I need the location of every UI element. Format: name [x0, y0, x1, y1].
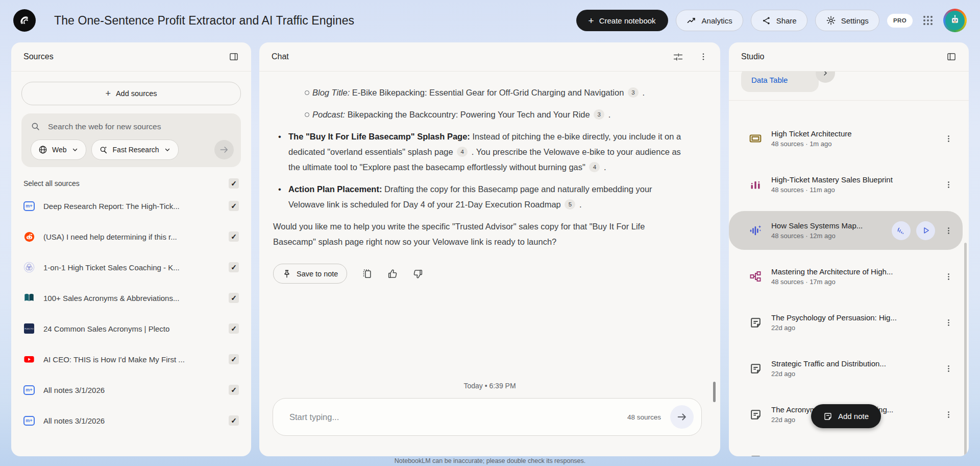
- share-icon: [762, 16, 771, 26]
- app-header: The One-Sentence Profit Extractor and AI…: [0, 0, 980, 41]
- chat-text: Blog Title:: [312, 88, 350, 97]
- chat-message-block: Action Plan Placement: Drafting the copy…: [273, 181, 688, 212]
- studio-item-more-menu-icon[interactable]: [943, 134, 953, 143]
- citation-badge[interactable]: 3: [628, 87, 639, 98]
- chat-message-block: Would you like me to help you write the …: [273, 219, 688, 249]
- analytics-button[interactable]: Analytics: [676, 10, 743, 31]
- chat-text: Would you like me to help you write the …: [273, 222, 647, 246]
- chat-message-block: Blog Title: E-Bike Bikepacking: Essentia…: [273, 85, 688, 100]
- studio-item-more-menu-icon[interactable]: [943, 180, 953, 189]
- search-input[interactable]: Search the web for new sources: [31, 122, 232, 131]
- flowchart-icon: [748, 270, 763, 283]
- studio-item[interactable]: High-Ticket Mastery Sales Blueprint48 so…: [729, 165, 963, 204]
- studio-item[interactable]: How Sales Systems Map...48 sources · 12m…: [729, 211, 963, 250]
- share-button[interactable]: Share: [751, 10, 807, 31]
- source-title: All notes 3/1/2026: [43, 386, 220, 394]
- create-notebook-button[interactable]: + Create notebook: [576, 10, 668, 31]
- source-list-item[interactable]: 100+ Sales Acronyms & Abbreviations...✓: [11, 283, 251, 313]
- settings-button[interactable]: Settings: [815, 10, 879, 31]
- collapse-panel-icon[interactable]: [229, 52, 239, 62]
- studio-scrollbar-thumb[interactable]: [964, 243, 967, 456]
- add-sources-button[interactable]: + Add sources: [21, 82, 241, 105]
- user-avatar[interactable]: [943, 9, 967, 32]
- disclaimer-text: NotebookLM can be inaccurate; please dou…: [0, 457, 980, 464]
- studio-item-more-menu-icon[interactable]: [943, 318, 953, 327]
- chat-input-placeholder: Start typing...: [289, 412, 627, 422]
- add-note-button[interactable]: Add note: [811, 404, 881, 428]
- source-checkbox[interactable]: ✓: [229, 293, 239, 303]
- studio-item-meta: 48 sources · 1m ago: [771, 140, 935, 148]
- notebooklm-note-icon: m+: [23, 415, 35, 426]
- google-apps-grid-icon[interactable]: [920, 13, 936, 28]
- web-filter-dropdown[interactable]: Web: [31, 139, 86, 160]
- studio-item-text: High Ticket Architecture48 sources · 1m …: [771, 129, 935, 148]
- studio-item-more-menu-icon[interactable]: [943, 272, 953, 281]
- studio-item-title: How Sales Systems Map...: [771, 221, 886, 230]
- expand-panel-icon[interactable]: [946, 52, 957, 62]
- select-all-row: Select all sources ✓: [11, 167, 251, 191]
- source-checkbox[interactable]: ✓: [229, 201, 239, 211]
- source-checkbox[interactable]: ✓: [229, 385, 239, 395]
- tune-settings-icon[interactable]: [673, 52, 683, 62]
- search-submit-button[interactable]: [214, 140, 234, 159]
- source-checkbox[interactable]: ✓: [229, 231, 239, 242]
- studio-divider: [729, 100, 969, 101]
- citation-badge[interactable]: 4: [457, 147, 468, 157]
- source-checkbox[interactable]: ✓: [229, 354, 239, 364]
- chat-text: Podcast:: [312, 110, 345, 119]
- chat-input-box[interactable]: Start typing... 48 sources: [273, 398, 702, 436]
- source-checkbox[interactable]: ✓: [229, 262, 239, 272]
- sources-list: m+Deep Research Report: The High-Tick...…: [11, 191, 251, 436]
- play-audio-button[interactable]: [916, 221, 935, 240]
- chat-more-menu-icon[interactable]: [699, 52, 708, 61]
- source-checkbox[interactable]: ✓: [229, 415, 239, 426]
- web-search-card: Search the web for new sources Web: [21, 113, 241, 167]
- note-icon: [748, 408, 763, 421]
- research-mode-dropdown[interactable]: Fast Research: [91, 139, 179, 160]
- data-table-chip[interactable]: Data Table: [741, 72, 819, 92]
- source-list-item[interactable]: 1-on-1 High Ticket Sales Coaching - K...…: [11, 252, 251, 283]
- thumbs-up-icon[interactable]: [387, 268, 398, 279]
- notebooklm-app: The One-Sentence Profit Extractor and AI…: [0, 0, 980, 466]
- source-list-item[interactable]: (USA) I need help determining if this r.…: [11, 221, 251, 252]
- source-list-item[interactable]: PLECTO24 Common Sales Acronyms | Plecto✓: [11, 313, 251, 344]
- chat-scrollbar-thumb[interactable]: [713, 382, 716, 402]
- studio-item-title: The Content Creation Engine: Wee...: [771, 456, 935, 457]
- studio-item[interactable]: Mastering the Architecture of High...48 …: [729, 257, 963, 296]
- studio-item-more-menu-icon[interactable]: [943, 456, 953, 457]
- studio-item[interactable]: Strategic Traffic and Distribution...22d…: [729, 349, 963, 388]
- studio-item-meta: 48 sources · 11m ago: [771, 186, 935, 194]
- chat-panel-title: Chat: [272, 52, 289, 61]
- studio-item[interactable]: High Ticket Architecture48 sources · 1m …: [729, 119, 963, 158]
- citation-badge[interactable]: 3: [594, 109, 604, 120]
- pro-badge: PRO: [887, 14, 913, 28]
- citation-badge[interactable]: 4: [589, 162, 600, 172]
- copy-icon[interactable]: [361, 268, 373, 279]
- studio-item-meta: 22d ago: [771, 370, 935, 378]
- studio-item-more-menu-icon[interactable]: [943, 410, 953, 419]
- header-actions: + Create notebook Analytics Share Setti: [576, 9, 967, 32]
- citation-badge[interactable]: 5: [565, 199, 575, 209]
- chevron-right-icon[interactable]: [816, 72, 835, 83]
- source-list-item[interactable]: AI CEO: THIS is How I'd Make My First ..…: [11, 344, 251, 375]
- save-to-note-button[interactable]: Save to note: [273, 264, 347, 284]
- chevron-down-icon: [71, 146, 79, 153]
- studio-item-text: High-Ticket Mastery Sales Blueprint48 so…: [771, 175, 935, 194]
- chat-text: Bikepacking the Backcountry: Powering Yo…: [345, 110, 592, 119]
- source-checkbox[interactable]: ✓: [229, 323, 239, 334]
- studio-item-meta: 48 sources · 12m ago: [771, 232, 886, 240]
- thumbs-down-icon[interactable]: [412, 268, 424, 279]
- notebooklm-logo-icon[interactable]: [13, 9, 36, 32]
- studio-item-more-menu-icon[interactable]: [943, 226, 953, 235]
- interactive-mode-button[interactable]: [892, 221, 911, 240]
- studio-item[interactable]: The Psychology of Persuasion: Hig...22d …: [729, 303, 963, 342]
- studio-item[interactable]: The Content Creation Engine: Wee...: [729, 441, 963, 456]
- chat-text: .: [577, 200, 581, 209]
- studio-item-more-menu-icon[interactable]: [943, 364, 953, 373]
- source-list-item[interactable]: m+All notes 3/1/2026✓: [11, 405, 251, 436]
- source-list-item[interactable]: m+All notes 3/1/2026✓: [11, 375, 251, 405]
- send-message-button[interactable]: [670, 405, 694, 429]
- source-list-item[interactable]: m+Deep Research Report: The High-Tick...…: [11, 191, 251, 221]
- select-all-checkbox[interactable]: ✓: [229, 178, 239, 189]
- note-icon: [748, 362, 763, 375]
